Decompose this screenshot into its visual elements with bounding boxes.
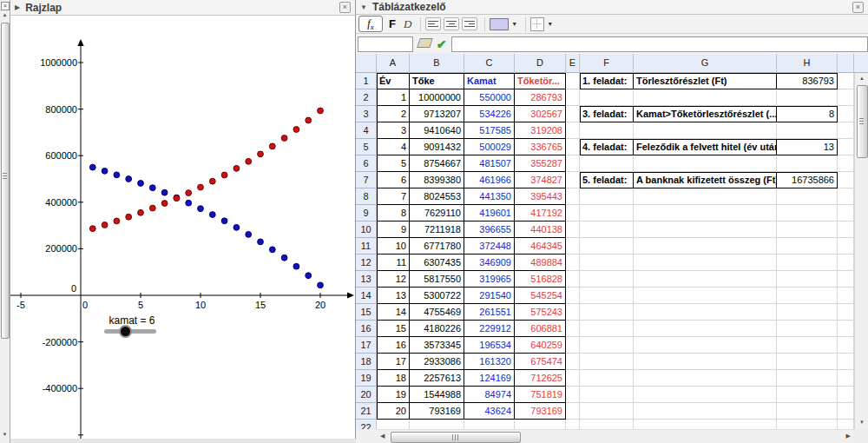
chevron-down-icon[interactable]: ▼ (511, 21, 517, 27)
cell-F6[interactable] (580, 155, 634, 172)
cell-G9[interactable] (634, 205, 777, 222)
cell-A11[interactable]: 10 (377, 238, 410, 255)
cell-D12[interactable]: 489884 (515, 255, 566, 271)
point-toketorlesztes-18[interactable] (293, 127, 299, 133)
cell-H22[interactable] (777, 420, 838, 429)
cell-borders-button[interactable] (530, 17, 544, 31)
cell-E12[interactable] (566, 255, 580, 271)
cell-H19[interactable] (777, 370, 838, 387)
cell-D4[interactable]: 319208 (515, 122, 566, 139)
column-header-F[interactable]: F (580, 54, 634, 73)
cell-F12[interactable] (580, 255, 634, 271)
cell-G19[interactable] (634, 370, 777, 387)
collapse-arrow-icon[interactable]: ▼ (360, 3, 367, 11)
graphics-panel-close-icon[interactable]: × (339, 2, 351, 13)
point-kamat-9[interactable] (186, 200, 192, 206)
cell-C6[interactable]: 481507 (464, 155, 515, 172)
cell-extra-6[interactable] (838, 155, 854, 172)
cell-H21[interactable] (777, 403, 838, 420)
cell-F9[interactable] (580, 205, 634, 222)
cell-B14[interactable]: 5300722 (410, 288, 464, 304)
cell-H10[interactable] (777, 222, 838, 238)
cell-A4[interactable]: 3 (377, 122, 410, 139)
point-toketorlesztes-17[interactable] (281, 136, 287, 142)
graphics-canvas[interactable]: -505101520100000080000060000040000020000… (10, 16, 355, 439)
cell-A10[interactable]: 9 (377, 222, 410, 238)
row-header-7[interactable]: 7 (356, 172, 377, 188)
cell-C17[interactable]: 196534 (464, 337, 515, 354)
cell-A16[interactable]: 15 (377, 321, 410, 337)
cell-extra-9[interactable] (838, 205, 854, 222)
italic-button[interactable]: D (404, 17, 411, 31)
cell-F21[interactable] (580, 403, 634, 420)
cell-H20[interactable] (777, 387, 838, 403)
cell-D5[interactable]: 336765 (515, 139, 566, 155)
point-toketorlesztes-5[interactable] (138, 209, 144, 215)
point-kamat-3[interactable] (114, 172, 120, 178)
horizontal-scrollbar-thumb[interactable] (391, 432, 521, 443)
point-kamat-13[interactable] (233, 224, 240, 230)
cell-extra-2[interactable] (838, 89, 854, 106)
column-header-H[interactable]: H (777, 54, 838, 73)
cell-C19[interactable]: 124169 (464, 370, 515, 387)
cell-D9[interactable]: 417192 (515, 205, 566, 222)
point-kamat-15[interactable] (258, 239, 264, 245)
formula-input[interactable] (451, 36, 868, 52)
eraser-icon[interactable] (417, 38, 432, 48)
cell-A14[interactable]: 13 (377, 288, 410, 304)
cell-F16[interactable] (580, 321, 634, 337)
cell-C16[interactable]: 229912 (464, 321, 515, 337)
vertical-scrollbar[interactable]: ▲ ▼ (854, 73, 868, 429)
cell-A3[interactable]: 2 (377, 106, 410, 122)
point-toketorlesztes-10[interactable] (198, 184, 204, 190)
cell-extra-22[interactable] (838, 420, 854, 429)
cell-D17[interactable]: 640259 (515, 337, 566, 354)
cell-E10[interactable] (566, 222, 580, 238)
collapsed-panel-close-icon[interactable]: × (1, 2, 10, 10)
horizontal-scrollbar[interactable]: ◀ ▶ (377, 429, 854, 443)
cell-G16[interactable] (634, 321, 777, 337)
row-header-21[interactable]: 21 (356, 403, 377, 420)
cell-G10[interactable] (634, 222, 777, 238)
row-header-22[interactable]: 22 (356, 420, 377, 429)
bold-button[interactable]: F (389, 17, 396, 30)
cell-C4[interactable]: 517585 (464, 122, 515, 139)
row-header-13[interactable]: 13 (356, 271, 377, 288)
cell-E4[interactable] (566, 122, 580, 139)
cell-A5[interactable]: 4 (377, 139, 410, 155)
point-toketorlesztes-12[interactable] (221, 172, 227, 178)
cell-H2[interactable] (777, 89, 838, 106)
cell-B2[interactable]: 10000000 (410, 89, 464, 106)
point-kamat-10[interactable] (198, 206, 204, 212)
cell-C15[interactable]: 261551 (464, 304, 515, 321)
cell-C20[interactable]: 84974 (464, 387, 515, 403)
cell-A7[interactable]: 6 (377, 172, 410, 188)
cell-C3[interactable]: 534226 (464, 106, 515, 122)
cell-extra-1[interactable] (838, 73, 854, 89)
cell-extra-20[interactable] (838, 387, 854, 403)
scroll-down-icon[interactable]: ▼ (0, 432, 10, 437)
row-header-5[interactable]: 5 (356, 139, 377, 155)
chevron-down-icon[interactable]: ▼ (547, 21, 553, 27)
cell-C12[interactable]: 346909 (464, 255, 515, 271)
cell-extra-19[interactable] (838, 370, 854, 387)
point-toketorlesztes-6[interactable] (149, 205, 155, 211)
cell-H5[interactable]: 13 (777, 139, 838, 155)
cell-A17[interactable]: 16 (377, 337, 410, 354)
cell-E16[interactable] (566, 321, 580, 337)
cell-G3[interactable]: Kamat>Tőketörlesztőrészlet (... (634, 106, 777, 122)
cell-F17[interactable] (580, 337, 634, 354)
point-toketorlesztes-8[interactable] (174, 195, 180, 202)
scroll-up-icon[interactable]: ▲ (857, 76, 867, 81)
cell-H8[interactable] (777, 188, 838, 205)
cell-H18[interactable] (777, 354, 838, 370)
cell-F2[interactable] (580, 89, 634, 106)
cell-G15[interactable] (634, 304, 777, 321)
cell-A15[interactable]: 14 (377, 304, 410, 321)
cell-C1[interactable]: Kamat (464, 73, 515, 89)
point-kamat-18[interactable] (293, 263, 299, 269)
cell-F13[interactable] (580, 271, 634, 288)
point-kamat-7[interactable] (161, 189, 168, 195)
column-header-G[interactable]: G (634, 54, 777, 73)
column-header-A[interactable]: A (377, 54, 410, 73)
